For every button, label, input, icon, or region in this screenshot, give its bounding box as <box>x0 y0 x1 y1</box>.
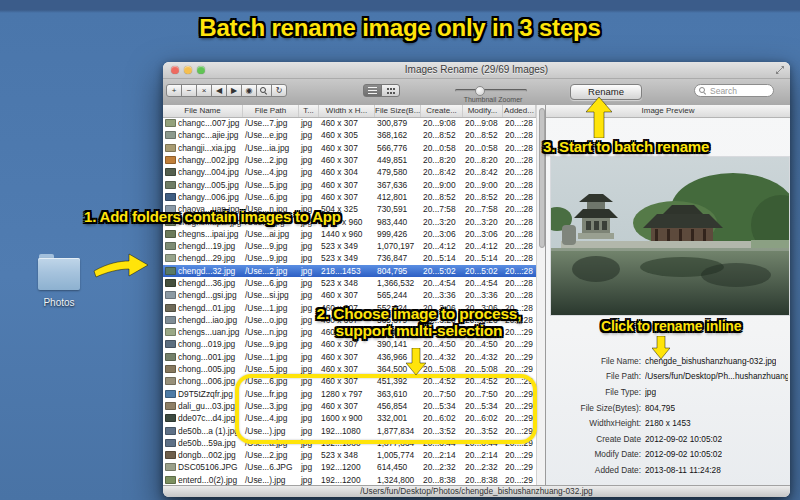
file-path-cell: /Use...6.JPG <box>243 462 299 472</box>
vertical-scrollbar[interactable] <box>536 105 545 486</box>
added-date-cell: 20...:28 <box>503 118 536 128</box>
added-date-cell: 20...:28 <box>503 217 536 227</box>
dimensions-cell: 523 x 348 <box>319 450 375 460</box>
file-type-cell: jpg <box>299 290 319 300</box>
file-thumbnail <box>165 390 176 398</box>
column-header[interactable]: File Name <box>163 105 243 117</box>
file-size-cell: 1,324,800 <box>375 475 421 485</box>
file-type-cell: jpg <box>299 143 319 153</box>
file-thumbnail <box>165 439 176 447</box>
refresh-button[interactable]: ↻ <box>271 84 287 97</box>
dimensions-cell: 523 x 349 <box>319 241 375 251</box>
preview-photo <box>551 157 789 315</box>
previous-button[interactable]: ◀ <box>211 84 227 97</box>
quick-look-button[interactable]: ◉ <box>241 84 257 97</box>
table-row[interactable]: chong...019.jpg /Use...9.jpg jpg 460 x 3… <box>163 338 536 350</box>
file-name-cell: changji...xia.jpg <box>178 143 236 153</box>
delete-button[interactable]: × <box>196 84 212 97</box>
grid-view-button[interactable] <box>381 84 400 97</box>
table-row[interactable]: dongb...002.jpg /Use...2.jpg jpg 523 x 3… <box>163 449 536 461</box>
file-name-cell: changy...005.jpg <box>178 180 239 190</box>
column-header[interactable]: T... <box>299 105 319 117</box>
slider-knob[interactable] <box>475 86 485 96</box>
create-date-cell: 20...4:50 <box>421 339 463 349</box>
table-row[interactable]: changy...005.jpg /Use...5.jpg jpg 460 x … <box>163 178 536 190</box>
added-date-cell: 20...:29 <box>503 475 536 485</box>
file-name-cell: de50b...59a.jpg <box>178 438 236 448</box>
search-button[interactable] <box>256 84 272 97</box>
column-header[interactable]: Width x H... <box>319 105 375 117</box>
title-bar[interactable]: Images Rename (29/69 Images) <box>163 62 790 79</box>
modify-date-cell: 20...8:20 <box>463 155 503 165</box>
file-name-cell: chengd...32.jpg <box>178 266 235 276</box>
dimensions-cell: 218...1453 <box>319 266 375 276</box>
window-title: Images Rename (29/69 Images) <box>163 64 790 75</box>
file-type-cell: jpg <box>299 450 319 460</box>
table-row[interactable]: changy...006.jpg /Use...6.jpg jpg 460 x … <box>163 191 536 203</box>
scrollbar-thumb[interactable] <box>539 108 545 248</box>
search-input[interactable]: Search <box>694 84 774 97</box>
create-date-cell: 20...4:32 <box>421 352 463 362</box>
table-row[interactable]: changc...007.jpg /Use...7.jpg jpg 460 x … <box>163 117 536 129</box>
dimensions-cell: 192...1200 <box>319 475 375 485</box>
remove-button[interactable]: − <box>181 84 197 97</box>
table-row[interactable]: changy...002.jpg /Use...2.jpg jpg 460 x … <box>163 154 536 166</box>
table-row[interactable]: DSC05106.JPG /Use...6.JPG jpg 192...1200… <box>163 461 536 473</box>
file-size-cell: 368,162 <box>375 130 421 140</box>
file-size-cell: 300,879 <box>375 118 421 128</box>
step2-arrow-icon <box>406 348 426 375</box>
modify-date-cell: 20...2:32 <box>463 462 503 472</box>
file-thumbnail <box>165 427 176 435</box>
toolbar: +−×◀▶◉↻ Thumbnail Zoomer Rename Search <box>163 79 790 106</box>
file-thumbnail <box>165 291 176 299</box>
column-header[interactable]: Modify... <box>463 105 503 117</box>
file-name-cell: changc...007.jpg <box>178 118 239 128</box>
added-date-cell: 20...:28 <box>503 143 536 153</box>
create-date-cell: 20...3:06 <box>421 229 463 239</box>
field-label: File Name: <box>546 356 645 366</box>
file-name-cell: chegns...ipai.jpg <box>178 229 239 239</box>
dimensions-cell: 192...1200 <box>319 462 375 472</box>
table-row[interactable]: chengd...gsi.jpg /Use...si.jpg jpg 460 x… <box>163 289 536 301</box>
file-name-cell: dde07c...d4.jpg <box>178 413 235 423</box>
thumbnail-zoomer-slider[interactable] <box>455 89 527 92</box>
table-row[interactable]: chong...001.jpg /Use...1.jpg jpg 460 x 3… <box>163 351 536 363</box>
table-row[interactable]: chengd...32.jpg /Use...2.jpg jpg 218...1… <box>163 265 536 277</box>
column-header[interactable]: File Size(B... <box>375 105 421 117</box>
add-button[interactable]: + <box>166 84 182 97</box>
dimensions-cell: 460 x 307 <box>319 143 375 153</box>
search-placeholder: Search <box>710 86 737 96</box>
list-view-button[interactable] <box>363 84 382 97</box>
table-row[interactable]: chengd...36.jpg /Use...6.jpg jpg 523 x 3… <box>163 277 536 289</box>
added-date-cell: 20...:29 <box>503 352 536 362</box>
table-row[interactable]: chegns...ipai.jpg /Use...ai.jpg jpg 1440… <box>163 228 536 240</box>
file-name-cell: de50b...a (1).jpg <box>178 426 239 436</box>
file-thumbnail <box>165 353 176 361</box>
table-row[interactable]: changy...004.jpg /Use...4.jpg jpg 460 x … <box>163 166 536 178</box>
added-date-cell: 20...:28 <box>503 229 536 239</box>
table-row[interactable]: chengd...29.jpg /Use...9.jpg jpg 523 x 3… <box>163 252 536 264</box>
banner-title: Batch rename image only in 3 steps <box>0 14 800 42</box>
file-name-cell: changy...002.jpg <box>178 155 239 165</box>
resize-icon[interactable] <box>775 65 785 75</box>
next-button[interactable]: ▶ <box>226 84 242 97</box>
column-header[interactable]: Create... <box>421 105 463 117</box>
table-row[interactable]: changji...xia.jpg /Use...ia.jpg jpg 460 … <box>163 142 536 154</box>
dimensions-cell: 460 x 307 <box>319 118 375 128</box>
table-row[interactable]: chengd...19.jpg /Use...9.jpg jpg 523 x 3… <box>163 240 536 252</box>
file-type-cell: jpg <box>299 339 319 349</box>
status-bar: /Users/fun/Desktop/Photos/chengde_bishus… <box>163 485 790 497</box>
photos-folder-icon[interactable] <box>38 258 80 290</box>
modify-date-cell: 20...9:00 <box>463 180 503 190</box>
file-thumbnail <box>165 267 176 275</box>
column-header[interactable]: Added... <box>503 105 536 117</box>
field-label: WidthxHeight: <box>546 418 645 428</box>
file-name-cell: dali_gu...03.jpg <box>178 401 235 411</box>
table-row[interactable]: changc...ajie.jpg /Use...e.jpg jpg 460 x… <box>163 129 536 141</box>
file-name-cell: chengs...uan.jpg <box>178 327 239 337</box>
file-info-list: File Name: chengde_bishushanzhuang-032.j… <box>546 353 788 478</box>
file-name-cell: chong...006.jpg <box>178 376 235 386</box>
column-header[interactable]: File Path <box>243 105 299 117</box>
file-type-cell: jpg <box>299 266 319 276</box>
file-name-cell: dongb...002.jpg <box>178 450 236 460</box>
